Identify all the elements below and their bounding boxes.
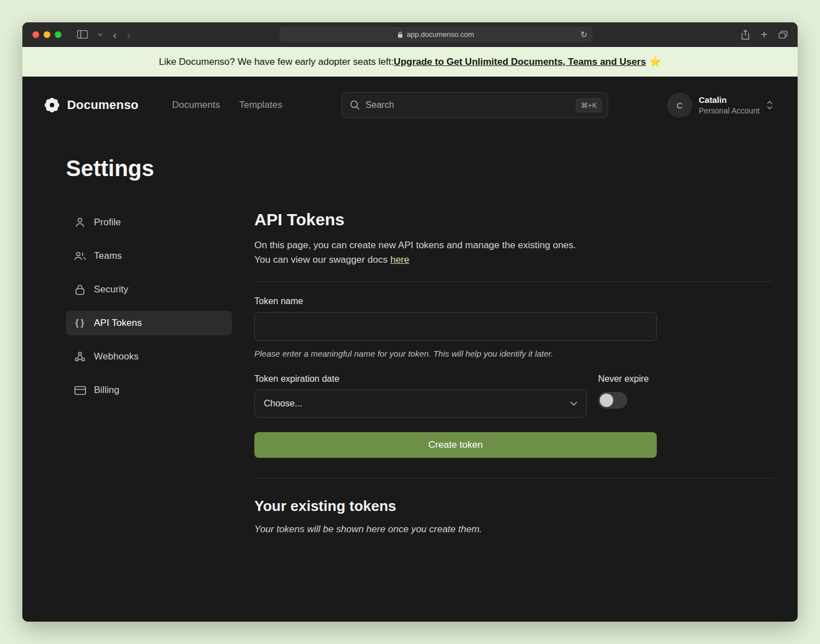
- divider: [254, 478, 773, 479]
- settings-sidebar: Profile Teams Security { } API Token: [66, 210, 232, 535]
- existing-tokens-empty-note: Your tokens will be shown here once you …: [254, 524, 773, 535]
- documenso-logo-icon: [44, 97, 60, 113]
- promo-banner: Like Documenso? We have few early adopte…: [22, 47, 798, 77]
- page-title: Settings: [66, 156, 798, 181]
- chevron-down-icon: [570, 401, 577, 406]
- brand-name: Documenso: [67, 98, 139, 112]
- divider: [254, 281, 773, 282]
- upgrade-link[interactable]: Upgrade to Get Unlimited Documents, Team…: [394, 56, 646, 68]
- close-window-button[interactable]: [32, 31, 39, 38]
- user-icon: [74, 217, 86, 228]
- expiration-label: Token expiration date: [254, 374, 587, 384]
- account-type: Personal Account: [699, 106, 760, 116]
- search-input[interactable]: [366, 100, 570, 110]
- lock-icon: [397, 31, 403, 38]
- address-bar[interactable]: app.documenso.com ↻: [279, 27, 593, 42]
- top-nav: Documents Templates: [172, 100, 282, 111]
- sidebar-item-api-tokens[interactable]: { } API Tokens: [66, 311, 232, 335]
- sidebar-item-security[interactable]: Security: [66, 277, 232, 302]
- nav-documents[interactable]: Documents: [172, 100, 220, 111]
- lock-icon: [74, 284, 86, 295]
- app-header: Documenso Documents Templates ⌘+K C Cata…: [22, 77, 798, 119]
- zoom-window-button[interactable]: [55, 31, 61, 38]
- users-icon: [74, 250, 86, 262]
- token-name-label: Token name: [254, 296, 773, 306]
- share-icon[interactable]: [741, 30, 750, 40]
- account-menu[interactable]: C Catalin Personal Account: [667, 93, 773, 117]
- account-name: Catalin: [699, 94, 760, 106]
- app-content: Documenso Documents Templates ⌘+K C Cata…: [22, 77, 798, 622]
- sidebar-item-label: Webhooks: [94, 351, 139, 362]
- sidebar-dropdown-icon[interactable]: [98, 33, 103, 36]
- url-text: app.documenso.com: [406, 30, 474, 39]
- create-token-button[interactable]: Create token: [254, 432, 657, 458]
- expiration-select[interactable]: Choose...: [254, 390, 587, 418]
- star-emoji: ⭐: [650, 56, 661, 68]
- refresh-icon[interactable]: ↻: [580, 30, 587, 40]
- search-icon: [350, 100, 360, 110]
- promo-text: Like Documenso? We have few early adopte…: [159, 56, 394, 68]
- sidebar-item-webhooks[interactable]: Webhooks: [66, 344, 232, 369]
- braces-icon: { }: [74, 318, 86, 328]
- sidebar-toggle-icon[interactable]: [77, 30, 88, 39]
- section-description-line2: You can view our swagger docs: [254, 254, 390, 265]
- swagger-docs-link[interactable]: here: [390, 254, 409, 265]
- sidebar-item-billing[interactable]: Billing: [66, 378, 232, 402]
- sidebar-item-label: Teams: [94, 250, 122, 262]
- nav-templates[interactable]: Templates: [239, 100, 282, 111]
- minimize-window-button[interactable]: [44, 31, 50, 38]
- api-tokens-panel: API Tokens On this page, you can create …: [254, 210, 773, 535]
- sidebar-item-profile[interactable]: Profile: [66, 210, 232, 235]
- browser-window: ‹ › app.documenso.com ↻ + Like Documenso…: [22, 22, 798, 622]
- token-name-input[interactable]: [254, 312, 657, 341]
- brand-logo[interactable]: Documenso: [44, 97, 139, 113]
- chevron-up-down-icon: [766, 100, 773, 110]
- search-shortcut-badge: ⌘+K: [576, 98, 602, 112]
- token-name-hint: Please enter a meaningful name for your …: [254, 349, 773, 358]
- search-bar[interactable]: ⌘+K: [342, 92, 608, 118]
- webhook-icon: [74, 351, 86, 362]
- expiration-selected-value: Choose...: [264, 399, 302, 409]
- avatar: C: [667, 93, 692, 117]
- tab-overview-icon[interactable]: [779, 31, 788, 39]
- new-tab-button[interactable]: +: [761, 29, 767, 40]
- section-title: API Tokens: [254, 210, 773, 229]
- traffic-lights: [32, 31, 61, 38]
- existing-tokens-title: Your existing tokens: [254, 498, 773, 515]
- browser-chrome: ‹ › app.documenso.com ↻ +: [22, 22, 798, 47]
- sidebar-item-label: Profile: [94, 217, 121, 228]
- never-expire-toggle[interactable]: [598, 392, 627, 409]
- sidebar-item-teams[interactable]: Teams: [66, 244, 232, 268]
- sidebar-item-label: Security: [94, 284, 128, 295]
- sidebar-item-label: API Tokens: [94, 318, 142, 329]
- section-description-line1: On this page, you can create new API tok…: [254, 240, 576, 250]
- toggle-knob: [600, 394, 613, 407]
- back-button[interactable]: ‹: [113, 29, 117, 40]
- never-expire-label: Never expire: [598, 374, 649, 384]
- credit-card-icon: [74, 386, 86, 395]
- sidebar-item-label: Billing: [94, 385, 119, 396]
- forward-button[interactable]: ›: [127, 29, 131, 40]
